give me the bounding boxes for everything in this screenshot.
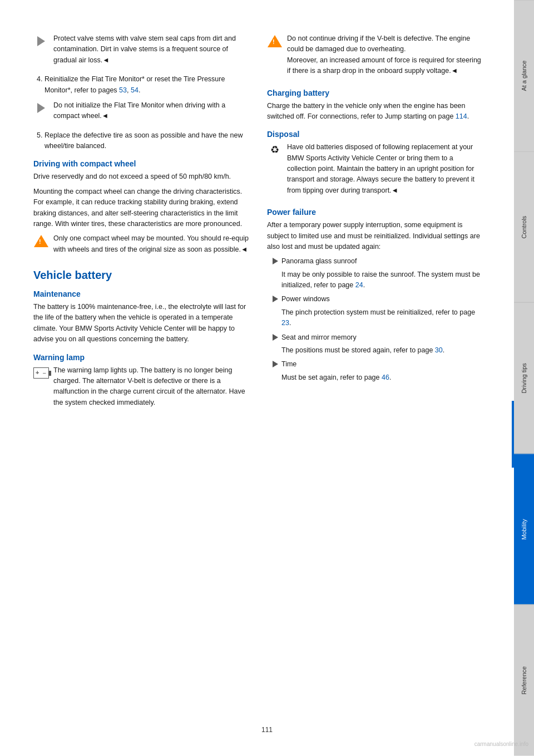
battery-icon: + −	[33, 365, 49, 381]
arrow-icon-4	[273, 361, 278, 367]
note-no-flat-tire-text: Do not initialize the Flat Tire Monitor …	[53, 100, 250, 122]
arrow-icon-2	[273, 296, 278, 302]
step5-text: Replace the defective tire as soon as po…	[44, 131, 243, 150]
warning-triangle-2	[267, 33, 283, 49]
sidebar-tab-driving-tips[interactable]: Driving tips	[514, 302, 534, 454]
note-vbelt: Do not continue driving if the V-belt is…	[267, 33, 484, 81]
power-item-time-label: Time	[281, 359, 296, 370]
link-24[interactable]: 24	[355, 281, 363, 289]
page-container: Protect valve stems with valve stem seal…	[0, 0, 534, 756]
power-item-windows: Power windows	[273, 294, 484, 305]
heading-warning-lamp: Warning lamp	[33, 353, 250, 362]
link-53[interactable]: 53	[119, 86, 127, 94]
heading-vehicle-battery: Vehicle battery	[33, 269, 250, 282]
heading-compact-wheel: Driving with compact wheel	[33, 159, 250, 168]
link-23[interactable]: 23	[281, 319, 289, 327]
sidebar-tab-controls[interactable]: Controls	[514, 151, 534, 303]
sidebar-tab-reference[interactable]: Reference	[514, 605, 534, 756]
steps-list-2: Replace the defective tire as soon as po…	[33, 130, 250, 152]
warning-lamp-box: + − The warning lamp lights up. The batt…	[33, 365, 250, 413]
link-54[interactable]: 54	[131, 86, 139, 94]
power-item-sunroof-detail: It may be only possible to raise the sun…	[273, 269, 484, 291]
sidebar-tab-mobility[interactable]: Mobility	[514, 454, 534, 605]
compact-p2: Mounting the compact wheel can change th…	[33, 186, 250, 230]
left-column: Protect valve stems with valve stem seal…	[33, 33, 250, 734]
warning-lamp-text: The warning lamp lights up. The battery …	[53, 365, 250, 409]
play-icon-1	[33, 33, 49, 49]
step-5: Replace the defective tire as soon as po…	[44, 130, 250, 152]
power-item-sunroof: Panorama glass sunroof	[273, 256, 484, 267]
power-item-sunroof-label: Panorama glass sunroof	[281, 256, 357, 267]
main-content: Protect valve stems with valve stem seal…	[0, 0, 514, 756]
power-item-seat: Seat and mirror memory	[273, 332, 484, 343]
maintenance-p1: The battery is 100% maintenance-free, i.…	[33, 302, 250, 345]
power-item-time-detail: Must be set again, refer to page 46.	[273, 372, 484, 383]
sidebar: At a glance Controls Driving tips Mobili…	[514, 0, 534, 756]
link-30[interactable]: 30	[435, 346, 443, 354]
note-one-compact-text: Only one compact wheel may be mounted. Y…	[53, 233, 250, 255]
recycling-icon: ♻	[267, 142, 283, 158]
arrow-icon-1	[273, 258, 278, 264]
watermark: carmanualsonline.info	[474, 741, 528, 747]
link-114[interactable]: 114	[456, 112, 467, 120]
heading-power-failure: Power failure	[267, 208, 484, 217]
charging-text: Charge the battery in the vehicle only w…	[267, 101, 484, 122]
note-protect-valve: Protect valve stems with valve stem seal…	[33, 33, 250, 70]
page-number: 111	[261, 726, 273, 734]
arrow-icon-3	[273, 334, 278, 341]
right-column: Do not continue driving if the V-belt is…	[267, 33, 484, 734]
power-item-windows-detail: The pinch protection system must be rein…	[273, 307, 484, 329]
steps-list: Reinitialize the Flat Tire Monitor* or r…	[33, 74, 250, 96]
heading-disposal: Disposal	[267, 130, 484, 139]
warning-triangle-1	[33, 233, 49, 249]
power-items-list: Panorama glass sunroof It may be only po…	[267, 256, 484, 383]
note-no-flat-tire-init: Do not initialize the Flat Tire Monitor …	[33, 100, 250, 126]
power-item-time: Time	[273, 359, 484, 370]
power-item-seat-detail: The positions must be stored again, refe…	[273, 345, 484, 356]
note-protect-valve-text: Protect valve stems with valve stem seal…	[53, 33, 250, 66]
link-46[interactable]: 46	[382, 374, 389, 381]
note-one-compact-wheel: Only one compact wheel may be mounted. Y…	[33, 233, 250, 259]
note-vbelt-text: Do not continue driving if the V-belt is…	[287, 33, 484, 77]
compact-p1: Drive reservedly and do not exceed a spe…	[33, 171, 250, 182]
power-text: After a temporary power supply interrupt…	[267, 220, 484, 252]
active-tab-indicator	[512, 401, 514, 468]
step4-text: Reinitialize the Flat Tire Monitor* or r…	[44, 75, 225, 94]
step-4: Reinitialize the Flat Tire Monitor* or r…	[44, 74, 250, 96]
play-icon-2	[33, 100, 49, 116]
power-item-seat-label: Seat and mirror memory	[281, 332, 357, 343]
disposal-box: ♻ Have old batteries disposed of followi…	[267, 142, 484, 200]
power-item-windows-label: Power windows	[281, 294, 330, 305]
sidebar-tab-at-a-glance[interactable]: At a glance	[514, 0, 534, 151]
heading-maintenance: Maintenance	[33, 289, 250, 298]
heading-charging-battery: Charging battery	[267, 89, 484, 97]
disposal-text: Have old batteries disposed of following…	[287, 142, 484, 196]
